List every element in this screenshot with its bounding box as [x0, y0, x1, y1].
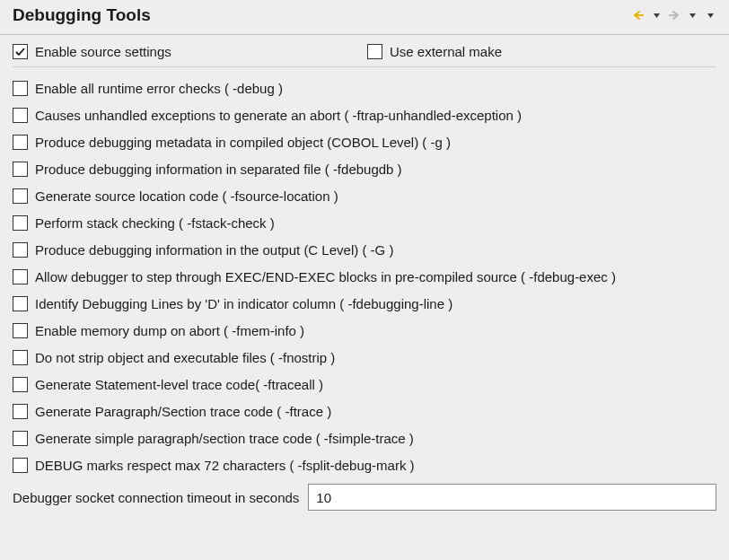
option-checkbox-fsource-location[interactable] [13, 188, 28, 204]
option-label-g-cobol: Produce debugging metadata in compiled o… [35, 135, 451, 150]
option-row-fsource-location: Generate source location code ( -fsource… [13, 182, 716, 209]
option-row-fdebugging-line: Identify Debugging Lines by 'D' in indic… [13, 290, 716, 317]
option-label-ftrap: Causes unhandled exceptions to generate … [35, 108, 522, 123]
option-row-ftrap: Causes unhandled exceptions to generate … [13, 101, 716, 128]
option-checkbox-fsplit-debug-mark[interactable] [13, 458, 28, 473]
option-checkbox-fdebugdb[interactable] [13, 162, 28, 177]
option-label-fdebugging-line: Identify Debugging Lines by 'D' in indic… [35, 296, 452, 311]
option-row-ftraceall: Generate Statement-level trace code( -ft… [13, 371, 716, 398]
option-row-debug: Enable all runtime error checks ( -debug… [13, 74, 716, 101]
option-label-fsimple-trace: Generate simple paragraph/section trace … [35, 431, 414, 446]
panel-content: Enable source settings Use external make… [0, 35, 729, 523]
option-label-G-c: Produce debugging information in the out… [35, 242, 393, 258]
enable-source-settings-checkbox[interactable] [13, 44, 28, 59]
option-checkbox-fdebugging-line[interactable] [13, 296, 28, 311]
timeout-label: Debugger socket connection timeout in se… [13, 490, 299, 505]
option-label-ftraceall: Generate Statement-level trace code( -ft… [35, 377, 323, 392]
option-row-fdebug-exec: Allow debugger to step through EXEC/END-… [13, 263, 716, 290]
option-label-fsplit-debug-mark: DEBUG marks respect max 72 characters ( … [35, 458, 415, 473]
header-toolbar [630, 7, 718, 23]
option-row-ftrace: Generate Paragraph/Section trace code ( … [13, 398, 716, 424]
back-arrow-icon[interactable] [630, 7, 646, 23]
option-checkbox-fnostrip[interactable] [13, 350, 28, 365]
debugging-tools-panel: Debugging Tools [0, 0, 729, 523]
option-row-g-cobol: Produce debugging metadata in compiled o… [13, 128, 716, 155]
option-label-fdebug-exec: Allow debugger to step through EXEC/END-… [35, 269, 616, 284]
option-checkbox-ftraceall[interactable] [13, 377, 28, 392]
options-list: Enable all runtime error checks ( -debug… [13, 74, 716, 478]
option-checkbox-debug[interactable] [13, 81, 28, 96]
view-menu-icon[interactable] [702, 7, 718, 23]
top-options-row: Enable source settings Use external make [13, 44, 716, 67]
option-label-fmem-info: Enable memory dump on abort ( -fmem-info… [35, 323, 304, 338]
option-row-fnostrip: Do not strip object and executable files… [13, 344, 716, 371]
option-checkbox-fstack-check[interactable] [13, 215, 28, 231]
option-row-fsimple-trace: Generate simple paragraph/section trace … [13, 424, 716, 451]
option-label-fnostrip: Do not strip object and executable files… [35, 350, 335, 365]
option-checkbox-ftrace[interactable] [13, 404, 28, 419]
option-label-fstack-check: Perform stack checking ( -fstack-check ) [35, 215, 275, 231]
option-row-G-c: Produce debugging information in the out… [13, 236, 716, 263]
option-row-fsplit-debug-mark: DEBUG marks respect max 72 characters ( … [13, 451, 716, 478]
panel-header: Debugging Tools [0, 0, 729, 35]
use-external-make-checkbox[interactable] [367, 44, 382, 59]
timeout-input[interactable] [308, 484, 716, 511]
back-menu-icon[interactable] [648, 7, 664, 23]
forward-arrow-icon[interactable] [666, 7, 682, 23]
option-label-debug: Enable all runtime error checks ( -debug… [35, 81, 283, 96]
option-label-ftrace: Generate Paragraph/Section trace code ( … [35, 404, 331, 419]
page-title: Debugging Tools [13, 5, 151, 25]
option-row-fmem-info: Enable memory dump on abort ( -fmem-info… [13, 317, 716, 344]
option-row-fdebugdb: Produce debugging information in separat… [13, 155, 716, 182]
option-checkbox-G-c[interactable] [13, 242, 28, 258]
option-checkbox-fsimple-trace[interactable] [13, 431, 28, 446]
option-label-fdebugdb: Produce debugging information in separat… [35, 162, 402, 177]
option-checkbox-fdebug-exec[interactable] [13, 269, 28, 284]
use-external-make-label: Use external make [390, 44, 502, 59]
enable-source-settings-label: Enable source settings [35, 44, 171, 59]
forward-menu-icon[interactable] [684, 7, 700, 23]
timeout-row: Debugger socket connection timeout in se… [13, 484, 716, 511]
option-checkbox-g-cobol[interactable] [13, 135, 28, 150]
option-label-fsource-location: Generate source location code ( -fsource… [35, 188, 338, 204]
option-checkbox-ftrap[interactable] [13, 108, 28, 123]
option-row-fstack-check: Perform stack checking ( -fstack-check ) [13, 209, 716, 236]
option-checkbox-fmem-info[interactable] [13, 323, 28, 338]
